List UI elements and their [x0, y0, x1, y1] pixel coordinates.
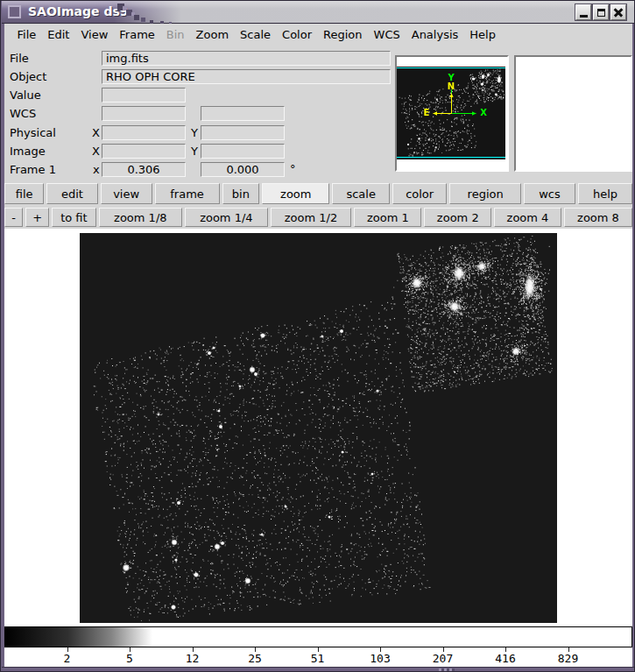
tab-scale[interactable]: scale [332, 183, 389, 204]
image-display-area[interactable] [4, 229, 632, 626]
info-row-file: File img.fits [4, 51, 399, 67]
zoom-4-button[interactable]: zoom 4 [494, 208, 561, 227]
zoom-1-8-button[interactable]: zoom 1/8 [99, 208, 182, 227]
tab-frame[interactable]: frame [155, 183, 220, 204]
menubar: File Edit View Frame Bin Zoom Scale Colo… [4, 24, 632, 46]
colorbar[interactable] [4, 626, 632, 647]
tab-zoom[interactable]: zoom [262, 183, 329, 204]
menu-scale[interactable]: Scale [235, 28, 277, 41]
menu-color[interactable]: Color [277, 28, 318, 41]
colorbar-tick-label: 5 [126, 652, 133, 665]
titlebar[interactable]: SAOImage ds9 [2, 1, 635, 24]
info-row-wcs: WCS [4, 106, 399, 122]
info-row-object: Object RHO OPH CORE [4, 69, 399, 85]
resize-grip[interactable] [439, 668, 455, 672]
menu-analysis[interactable]: Analysis [406, 28, 464, 41]
maximize-button[interactable] [593, 4, 609, 20]
frame-zoom-field[interactable]: 0.306 [102, 162, 186, 177]
image-x-field[interactable] [102, 144, 186, 159]
ds9-window: SAOImage ds9 File Edit View Frame Bin [0, 0, 635, 672]
wcs-field-2[interactable] [201, 106, 285, 121]
zoom-2-button[interactable]: zoom 2 [424, 208, 491, 227]
info-panel: File img.fits Object RHO OPH CORE Value … [4, 46, 632, 181]
window-title: SAOImage ds9 [28, 1, 129, 23]
menu-file[interactable]: File [11, 28, 42, 41]
colorbar-tick-label: 51 [311, 652, 325, 665]
zoom-fit-button[interactable]: to fit [52, 208, 95, 227]
image-y-label: Y [191, 145, 198, 158]
panner-canvas[interactable] [397, 67, 505, 159]
tab-view[interactable]: view [101, 183, 152, 204]
tab-wcs[interactable]: wcs [524, 183, 575, 204]
object-label: Object [10, 70, 46, 83]
colorbar-tick-label: 103 [370, 652, 390, 665]
colorbar-tick-label: 829 [558, 652, 578, 665]
file-field[interactable]: img.fits [102, 51, 391, 66]
colorbar-tick-label: 2 [64, 652, 71, 665]
wcs-field-1[interactable] [102, 106, 186, 121]
panner[interactable] [395, 55, 509, 172]
degree-symbol: ° [290, 162, 296, 175]
menu-bin: Bin [160, 28, 190, 41]
file-label: File [10, 52, 29, 65]
info-row-physical: Physical X Y [4, 125, 399, 141]
tab-color[interactable]: color [392, 183, 447, 204]
tab-region[interactable]: region [449, 183, 521, 204]
minimize-icon [580, 15, 588, 18]
colorbar-tick-label: 25 [248, 652, 262, 665]
frame-label: Frame 1 [10, 163, 56, 176]
zoom-out-button[interactable]: - [4, 208, 23, 227]
frame-zoom-label: x [93, 163, 100, 176]
physical-y-label: Y [191, 126, 198, 139]
physical-x-field[interactable] [102, 125, 186, 140]
colorbar-tick-area: 25122551103207416829 [4, 647, 632, 667]
wcs-label: WCS [10, 107, 36, 120]
close-button[interactable] [610, 4, 626, 20]
zoom-1-button[interactable]: zoom 1 [354, 208, 421, 227]
tab-help[interactable]: help [578, 183, 632, 204]
info-row-value: Value [4, 88, 399, 103]
tab-edit[interactable]: edit [46, 183, 97, 204]
colorbar-tick-label: 207 [433, 652, 453, 665]
frame-rotation-field[interactable]: 0.000 [201, 162, 285, 177]
image-label: Image [10, 145, 46, 158]
toolbar-zoom-actions: - + to fit zoom 1/8 zoom 1/4 zoom 1/2 zo… [4, 206, 632, 229]
image-y-field[interactable] [201, 144, 285, 159]
menu-frame[interactable]: Frame [114, 28, 161, 41]
zoom-1-4-button[interactable]: zoom 1/4 [185, 208, 268, 227]
menu-help[interactable]: Help [464, 28, 502, 41]
value-field[interactable] [102, 88, 186, 103]
menu-view[interactable]: View [75, 28, 114, 41]
colorbar-gradient [5, 627, 631, 647]
physical-x-label: X [92, 126, 100, 139]
value-label: Value [10, 88, 41, 102]
colorbar-tick-label: 416 [495, 652, 515, 665]
maximize-icon [597, 9, 605, 17]
magnifier[interactable] [514, 55, 632, 172]
zoom-1-2-button[interactable]: zoom 1/2 [271, 208, 352, 227]
menu-zoom[interactable]: Zoom [190, 28, 234, 41]
minimize-button[interactable] [575, 4, 591, 20]
info-row-frame: Frame 1 x 0.306 0.000 ° [4, 162, 399, 178]
physical-label: Physical [10, 126, 56, 139]
image-x-label: X [92, 145, 100, 158]
menu-wcs[interactable]: WCS [368, 28, 406, 41]
object-field[interactable]: RHO OPH CORE [102, 69, 391, 84]
info-row-image: Image X Y [4, 144, 399, 159]
physical-y-field[interactable] [201, 125, 285, 140]
colorbar-tick-label: 12 [186, 652, 200, 665]
window-icon [8, 5, 21, 18]
zoom-in-button[interactable]: + [25, 208, 49, 227]
toolbar-categories: file edit view frame bin zoom scale colo… [4, 181, 632, 206]
tab-file[interactable]: file [4, 183, 44, 204]
window-border-bottom [2, 667, 635, 672]
tab-bin[interactable]: bin [222, 183, 260, 204]
star-image-canvas[interactable] [80, 233, 557, 623]
zoom-8-button[interactable]: zoom 8 [564, 208, 632, 227]
menu-region[interactable]: Region [318, 28, 369, 41]
menu-edit[interactable]: Edit [42, 28, 75, 41]
